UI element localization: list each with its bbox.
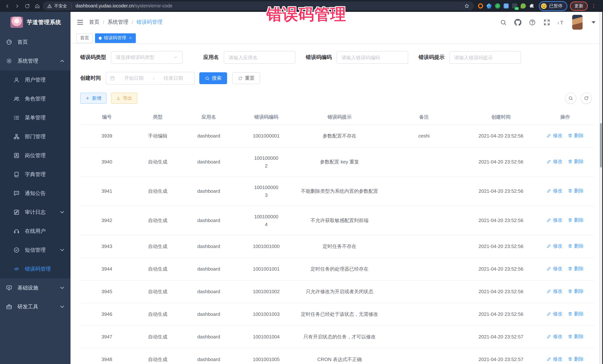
ext-gem-blue-icon[interactable] xyxy=(487,3,492,9)
paused-badge[interactable]: 已暂停 xyxy=(539,1,567,11)
cell-operations: 修改删除 xyxy=(536,206,594,235)
ext-dark-on-icon[interactable] xyxy=(512,3,517,9)
cell-message: 只有开启状态的任务，才可以修改 xyxy=(297,326,382,348)
not-secure-warning-icon[interactable] xyxy=(47,3,52,8)
back-icon[interactable] xyxy=(4,3,10,9)
sidebar-item-sms-management[interactable]: 短信管理 xyxy=(0,241,70,259)
sidebar-item-dept-management[interactable]: 部门管理 xyxy=(0,127,70,146)
delete-link[interactable]: 删除 xyxy=(568,157,584,166)
breadcrumb: 首页/系统管理/错误码管理 xyxy=(89,19,162,26)
extensions-puzzle-icon[interactable] xyxy=(529,3,535,9)
export-button[interactable]: 导出 xyxy=(111,93,137,104)
edit-link[interactable]: 修改 xyxy=(547,265,563,273)
sidebar-item-role-management[interactable]: 角色管理 xyxy=(0,89,70,108)
tab-首页[interactable]: 首页 xyxy=(76,33,93,43)
browser-menu-icon[interactable] xyxy=(591,3,596,9)
filter-select-错误码类型[interactable]: 请选择错误码类型 xyxy=(111,51,183,64)
delete-link[interactable]: 删除 xyxy=(568,355,584,363)
column-header-错误码编码: 错误码编码 xyxy=(236,110,297,125)
collapse-sidebar-icon[interactable] xyxy=(76,19,84,26)
edit-link[interactable]: 修改 xyxy=(547,187,563,195)
edit-icon xyxy=(547,188,551,193)
edit-link[interactable]: 修改 xyxy=(547,355,563,363)
user-avatar[interactable] xyxy=(572,15,583,30)
edit-link[interactable]: 修改 xyxy=(547,310,563,318)
filter-label: 错误码类型 xyxy=(80,54,106,61)
create-time-range-picker[interactable]: 开始日期 - 结束日期 xyxy=(106,72,195,85)
sidebar-item-infrastructure[interactable]: 基础设施 xyxy=(0,278,70,297)
filter-input-应用名[interactable] xyxy=(224,51,295,64)
ext-grid-blue-icon[interactable] xyxy=(504,3,509,9)
sidebar-item-online-users[interactable]: 在线用户 xyxy=(0,222,70,241)
font-size-icon[interactable]: tT xyxy=(558,19,565,26)
cell-app: dashboard xyxy=(182,177,236,206)
sidebar-item-label: 用户管理 xyxy=(25,77,46,83)
ext-circle-orange-icon[interactable] xyxy=(478,3,483,9)
fullscreen-icon[interactable] xyxy=(543,19,550,26)
filter-input-错误码编码[interactable] xyxy=(336,51,408,64)
reload-icon[interactable] xyxy=(24,3,30,9)
github-icon[interactable] xyxy=(514,19,521,26)
scrollbar-thumb[interactable] xyxy=(600,123,602,167)
sidebar-item-menu-management[interactable]: 菜单管理 xyxy=(0,108,70,127)
edit-link[interactable]: 修改 xyxy=(547,157,563,166)
forward-icon[interactable] xyxy=(14,3,20,9)
cell-app: dashboard xyxy=(182,235,236,258)
sidebar-item-dict-management[interactable]: 字典管理 xyxy=(0,165,70,184)
edit-link[interactable]: 修改 xyxy=(547,132,563,140)
chevron-down-icon xyxy=(59,285,65,291)
delete-link[interactable]: 删除 xyxy=(568,216,584,224)
edit-link[interactable]: 修改 xyxy=(547,287,563,295)
help-icon[interactable] xyxy=(529,19,536,26)
sidebar-item-system-management[interactable]: 系统管理 xyxy=(0,52,70,70)
sidebar-item-user-management[interactable]: 用户管理 xyxy=(0,70,70,89)
delete-link[interactable]: 删除 xyxy=(568,265,584,273)
breadcrumb-item[interactable]: 错误码管理 xyxy=(137,19,162,26)
delete-link[interactable]: 删除 xyxy=(568,287,584,295)
sidebar-item-dev-tools[interactable]: 研发工具 xyxy=(0,297,70,316)
update-button[interactable]: 更新 xyxy=(570,1,588,11)
edit-link[interactable]: 修改 xyxy=(547,216,563,224)
edit-link[interactable]: 修改 xyxy=(547,332,563,341)
avatar-caret-down-icon[interactable] xyxy=(590,19,597,26)
delete-link[interactable]: 删除 xyxy=(568,332,584,341)
breadcrumb-item[interactable]: 首页 xyxy=(89,19,99,26)
app-logo-row[interactable]: 芋道管理系统 xyxy=(0,12,70,33)
delete-label: 删除 xyxy=(574,355,584,363)
vertical-scrollbar[interactable] xyxy=(599,12,602,364)
delete-link[interactable]: 删除 xyxy=(568,187,584,195)
sidebar-item-label: 字典管理 xyxy=(25,171,46,178)
edit-icon xyxy=(547,266,551,271)
sidebar-item-audit-log[interactable]: 审计日志 xyxy=(0,203,70,222)
add-button[interactable]: 新增 xyxy=(80,93,106,104)
sidebar-item-notice-announcement[interactable]: 通知公告 xyxy=(0,184,70,203)
delete-link[interactable]: 删除 xyxy=(568,132,584,140)
menu-list-icon xyxy=(13,115,20,121)
address-bar[interactable]: 不安全 dashboard.yudao.iocoder.cn/system/er… xyxy=(43,1,474,10)
search-icon[interactable] xyxy=(500,19,507,26)
breadcrumb-item[interactable]: 系统管理 xyxy=(108,19,128,26)
tab-错误码管理[interactable]: 错误码管理 xyxy=(95,33,136,43)
navbar-actions: tT xyxy=(500,15,597,30)
filter-input-错误码提示[interactable] xyxy=(449,51,521,64)
refresh-table-button[interactable] xyxy=(581,93,592,104)
cell-id: 3945 xyxy=(80,280,134,303)
reset-button[interactable]: 重置 xyxy=(232,72,260,84)
error-code-value: 1001001002 xyxy=(253,289,280,294)
sidebar-item-error-code-management[interactable]: 错误码管理 xyxy=(0,259,70,278)
show-search-button[interactable] xyxy=(565,93,576,104)
edit-link[interactable]: 修改 xyxy=(547,242,563,250)
cell-code: 1001000004 xyxy=(236,206,297,235)
sidebar-item-post-management[interactable]: 岗位管理 xyxy=(0,146,70,165)
home-icon[interactable] xyxy=(35,3,40,9)
ext-leaf-green-icon[interactable] xyxy=(521,3,526,9)
cell-memo xyxy=(382,280,466,303)
bookmark-star-icon[interactable] xyxy=(464,3,469,9)
search-button[interactable]: 搜索 xyxy=(199,72,227,84)
delete-link[interactable]: 删除 xyxy=(568,242,584,250)
cell-id: 3948 xyxy=(80,348,134,364)
sidebar-item-home[interactable]: 首页 xyxy=(0,33,70,52)
delete-link[interactable]: 删除 xyxy=(568,310,584,318)
ext-circle-green-check-icon[interactable] xyxy=(495,3,500,9)
delete-icon xyxy=(568,159,573,164)
